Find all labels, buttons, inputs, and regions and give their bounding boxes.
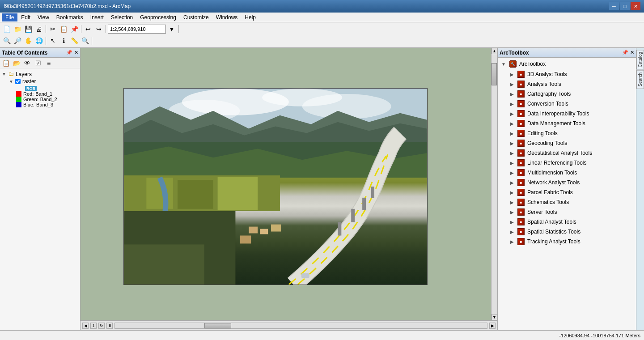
toolbox-item-label-2: Cartography Tools xyxy=(527,91,571,97)
toolbox-item-12[interactable]: ▶■Parcel Fabric Tools xyxy=(498,187,636,197)
toolbox-item-16[interactable]: ▶■Spatial Statistics Tools xyxy=(498,227,636,237)
toolbox-item-8[interactable]: ▶■Geostatistical Analyst Tools xyxy=(498,148,636,158)
open-button[interactable]: 📁 xyxy=(13,24,22,34)
close-button[interactable]: ✕ xyxy=(631,2,640,10)
toolbox-item-7[interactable]: ▶■Geocoding Tools xyxy=(498,138,636,148)
refresh-button[interactable]: ↻ xyxy=(98,323,105,329)
toc-options[interactable]: ≡ xyxy=(44,58,54,68)
toolbox-item-icon-3: ■ xyxy=(517,100,525,107)
green-value: Band_2 xyxy=(40,97,57,102)
toolbox-item-11[interactable]: ▶■Network Analyst Tools xyxy=(498,178,636,187)
toolbox-item-17[interactable]: ▶■Tracking Analyst Tools xyxy=(498,237,636,246)
pause-button[interactable]: ⏸ xyxy=(106,323,113,329)
scroll-down-arrow[interactable]: ▼ xyxy=(491,314,497,320)
scroll-right-arrow[interactable]: ▶ xyxy=(489,323,496,329)
separator-2 xyxy=(81,25,81,33)
new-button[interactable]: 📄 xyxy=(2,24,12,34)
scale-dropdown[interactable]: ▼ xyxy=(167,24,177,34)
save-button[interactable]: 💾 xyxy=(23,24,33,34)
toc-close-button[interactable]: ✕ xyxy=(74,50,78,55)
toolbox-item-4[interactable]: ▶■Data Interoperability Tools xyxy=(498,109,636,119)
find-button[interactable]: 🔍 xyxy=(80,36,90,46)
toolbox-item-10[interactable]: ▶■Multidimension Tools xyxy=(498,168,636,178)
layer-group-header[interactable]: ▼ 🗂 Layers xyxy=(2,70,78,78)
svg-rect-19 xyxy=(249,226,258,233)
layer-checkbox[interactable] xyxy=(15,79,21,84)
bottom-scrollbar-thumb[interactable] xyxy=(204,323,231,328)
item-expand-icon: ▶ xyxy=(510,190,514,195)
select-button[interactable]: ↖ xyxy=(48,36,58,46)
map-vertical-scrollbar[interactable]: ▲ ▼ xyxy=(491,48,497,320)
toolbox-item-icon-13: ■ xyxy=(517,199,525,206)
zoom-out-button[interactable]: 🔎 xyxy=(13,36,22,46)
map-view[interactable]: ▲ ▼ xyxy=(80,48,497,320)
separator-1 xyxy=(46,25,46,33)
side-tab-search[interactable]: Search xyxy=(636,70,644,89)
scale-input[interactable] xyxy=(108,25,166,34)
expand-icon: ▼ xyxy=(2,72,6,76)
layer-raster[interactable]: ▼ raster xyxy=(2,78,78,85)
item-expand-icon: ▶ xyxy=(510,121,514,126)
menu-item-edit[interactable]: Edit xyxy=(17,13,34,21)
redo-button[interactable]: ↪ xyxy=(94,24,104,34)
info-button[interactable]: ℹ xyxy=(59,36,68,46)
menu-item-view[interactable]: View xyxy=(34,13,53,21)
rgb-badge: RGB xyxy=(25,86,37,91)
paste-button[interactable]: 📌 xyxy=(69,24,79,34)
page-nav-1[interactable]: 1 xyxy=(90,323,97,329)
measure-button[interactable]: 📏 xyxy=(69,36,79,46)
svg-rect-14 xyxy=(351,208,355,222)
bottom-scrollbar-track[interactable] xyxy=(114,323,487,329)
toc-list-by-visibility[interactable]: 👁 xyxy=(22,58,32,68)
minimize-button[interactable]: ─ xyxy=(609,2,619,10)
toolbox-item-6[interactable]: ▶■Editing Tools xyxy=(498,128,636,138)
toolbox-item-3[interactable]: ▶■Conversion Tools xyxy=(498,99,636,109)
toolbox-close-button[interactable]: ✕ xyxy=(630,50,634,55)
toolbox-pin-button[interactable]: 📌 xyxy=(622,50,628,55)
toolbox-item-15[interactable]: ▶■Spatial Analyst Tools xyxy=(498,217,636,227)
toolbox-item-2[interactable]: ▶■Cartography Tools xyxy=(498,89,636,99)
toolbox-item-label-3: Conversion Tools xyxy=(527,101,568,107)
pan-button[interactable]: ✋ xyxy=(23,36,33,46)
maximize-button[interactable]: □ xyxy=(620,2,630,10)
globe-button[interactable]: 🌐 xyxy=(34,36,44,46)
toolbox-item-icon-8: ■ xyxy=(517,149,525,157)
toolbox-item-icon-10: ■ xyxy=(517,169,525,176)
menu-item-insert[interactable]: Insert xyxy=(87,13,107,21)
toolbox-item-14[interactable]: ▶■Server Tools xyxy=(498,207,636,217)
scroll-thumb[interactable] xyxy=(491,63,497,85)
toolbox-item-9[interactable]: ▶■Linear Referencing Tools xyxy=(498,158,636,168)
toolbox-item-13[interactable]: ▶■Schematics Tools xyxy=(498,197,636,207)
page-nav-prev[interactable]: ◀ xyxy=(82,323,89,329)
toc-header: Table Of Contents 📌 ✕ xyxy=(0,48,80,58)
zoom-in-button[interactable]: 🔍 xyxy=(2,36,12,46)
print-button[interactable]: 🖨 xyxy=(34,24,44,34)
copy-button[interactable]: 📋 xyxy=(59,24,68,34)
svg-rect-13 xyxy=(338,222,341,235)
scroll-up-arrow[interactable]: ▲ xyxy=(491,48,497,54)
menu-item-bookmarks[interactable]: Bookmarks xyxy=(53,13,87,21)
toc-pin-button[interactable]: 📌 xyxy=(66,50,72,55)
cut-button[interactable]: ✂ xyxy=(48,24,58,34)
menu-item-geoprocessing[interactable]: Geoprocessing xyxy=(136,13,180,21)
toolbox-panel: ArcToolbox 📌 ✕ ▼ 🔧 ArcToolbox ▶■3D Anal xyxy=(497,48,636,330)
toolbox-item-1[interactable]: ▶■Analysis Tools xyxy=(498,79,636,89)
toc-list-by-drawing-order[interactable]: 📋 xyxy=(1,58,11,68)
menu-item-file[interactable]: File xyxy=(2,13,17,21)
green-swatch xyxy=(16,97,21,102)
toolbox-item-5[interactable]: ▶■Data Management Tools xyxy=(498,119,636,128)
toolbox-item-label-17: Tracking Analyst Tools xyxy=(527,238,580,245)
toolbox-item-0[interactable]: ▶■3D Analyst Tools xyxy=(498,69,636,79)
menu-item-customize[interactable]: Customize xyxy=(180,13,212,21)
toolbox-item-label-9: Linear Referencing Tools xyxy=(527,160,587,166)
side-tab-catalog[interactable]: Catalog xyxy=(636,50,644,69)
blue-label: Blue: xyxy=(23,102,34,107)
menu-item-help[interactable]: Help xyxy=(241,13,259,21)
toolbox-root-item[interactable]: ▼ 🔧 ArcToolbox xyxy=(498,59,636,69)
toc-list-by-selection[interactable]: ☑ xyxy=(33,58,43,68)
menu-item-windows[interactable]: Windows xyxy=(212,13,242,21)
toc-list-by-source[interactable]: 📂 xyxy=(12,58,21,68)
undo-button[interactable]: ↩ xyxy=(83,24,93,34)
menu-item-selection[interactable]: Selection xyxy=(107,13,136,21)
item-expand-icon: ▶ xyxy=(510,72,514,77)
